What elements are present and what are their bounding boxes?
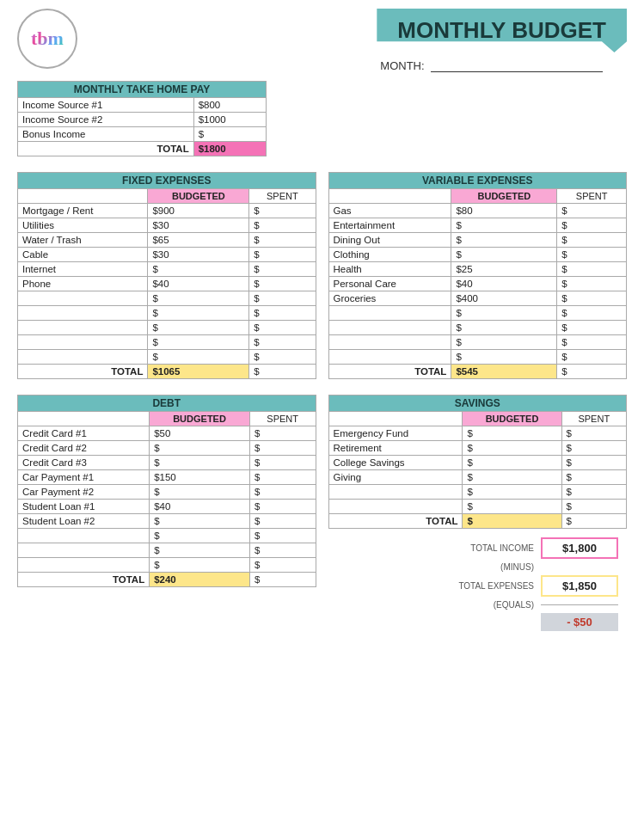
fixed-budgeted-6[interactable]: $ — [148, 291, 249, 306]
variable-budgeted-7[interactable]: $ — [451, 306, 557, 321]
debt-spent-5[interactable]: $ — [249, 500, 316, 514]
fixed-budgeted-5[interactable]: $40 — [148, 277, 249, 291]
debt-budgeted-9[interactable]: $ — [150, 558, 250, 573]
debt-budgeted-0[interactable]: $50 — [150, 426, 250, 441]
variable-label-9 — [328, 335, 451, 350]
fixed-budgeted-3[interactable]: $30 — [148, 248, 249, 262]
variable-row-8: $ $ — [328, 321, 627, 335]
fixed-budgeted-4[interactable]: $ — [148, 262, 249, 277]
debt-table: DEBT BUDGETED SPENT Credit Card #1 $50 $… — [17, 395, 316, 587]
debt-spent-3[interactable]: $ — [249, 470, 316, 485]
debt-spent-6[interactable]: $ — [249, 514, 316, 529]
savings-label-4 — [328, 485, 463, 500]
savings-spent-4[interactable]: $ — [561, 485, 626, 500]
fixed-spent-10[interactable]: $ — [249, 350, 316, 365]
debt-budgeted-7[interactable]: $ — [150, 529, 250, 543]
debt-label-5: Student Loan #1 — [18, 500, 150, 514]
debt-spent-9[interactable]: $ — [249, 558, 316, 573]
savings-budgeted-1[interactable]: $ — [463, 441, 561, 456]
variable-spent-9[interactable]: $ — [557, 335, 627, 350]
fixed-spent-1[interactable]: $ — [249, 218, 316, 233]
fixed-spent-8[interactable]: $ — [249, 321, 316, 335]
variable-total-spent[interactable]: $ — [557, 365, 627, 379]
debt-budgeted-6[interactable]: $ — [150, 514, 250, 529]
fixed-budgeted-1[interactable]: $30 — [148, 218, 249, 233]
fixed-budgeted-7[interactable]: $ — [148, 306, 249, 321]
savings-total-spent[interactable]: $ — [561, 514, 626, 529]
variable-budgeted-0[interactable]: $80 — [451, 204, 557, 218]
income-source-2-value[interactable]: $1000 — [193, 113, 266, 127]
minus-label-row: (MINUS) — [439, 562, 618, 572]
fixed-budgeted-8[interactable]: $ — [148, 321, 249, 335]
savings-spent-2[interactable]: $ — [561, 456, 626, 470]
fixed-spent-6[interactable]: $ — [249, 291, 316, 306]
variable-spent-0[interactable]: $ — [557, 204, 627, 218]
bonus-income-value[interactable]: $ — [193, 127, 266, 142]
debt-budgeted-3[interactable]: $150 — [150, 470, 250, 485]
fixed-row-8: $ $ — [18, 321, 316, 335]
fixed-budgeted-9[interactable]: $ — [148, 335, 249, 350]
savings-spent-3[interactable]: $ — [561, 470, 626, 485]
variable-budgeted-5[interactable]: $40 — [451, 277, 557, 291]
debt-total-spent[interactable]: $ — [249, 573, 316, 587]
fixed-row-1: Utilities $30 $ — [18, 218, 316, 233]
fixed-spent-2[interactable]: $ — [249, 233, 316, 248]
variable-spent-8[interactable]: $ — [557, 321, 627, 335]
variable-spent-1[interactable]: $ — [557, 218, 627, 233]
fixed-budgeted-10[interactable]: $ — [148, 350, 249, 365]
variable-budgeted-1[interactable]: $ — [451, 218, 557, 233]
savings-budgeted-4[interactable]: $ — [463, 485, 561, 500]
variable-spent-7[interactable]: $ — [557, 306, 627, 321]
variable-spent-10[interactable]: $ — [557, 350, 627, 365]
fixed-total-spent[interactable]: $ — [249, 365, 316, 379]
savings-budgeted-3[interactable]: $ — [463, 470, 561, 485]
savings-budgeted-2[interactable]: $ — [463, 456, 561, 470]
take-home-total-value[interactable]: $1800 — [193, 142, 266, 156]
debt-spent-4[interactable]: $ — [249, 485, 316, 500]
variable-budgeted-6[interactable]: $400 — [451, 291, 557, 306]
variable-budgeted-4[interactable]: $25 — [451, 262, 557, 277]
fixed-spent-7[interactable]: $ — [249, 306, 316, 321]
variable-budgeted-8[interactable]: $ — [451, 321, 557, 335]
fixed-spent-4[interactable]: $ — [249, 262, 316, 277]
debt-budgeted-1[interactable]: $ — [150, 441, 250, 456]
variable-spent-5[interactable]: $ — [557, 277, 627, 291]
total-expenses-value[interactable]: $1,850 — [541, 575, 618, 597]
total-income-value[interactable]: $1,800 — [541, 537, 618, 559]
variable-budgeted-2[interactable]: $ — [451, 233, 557, 248]
savings-spent-0[interactable]: $ — [561, 426, 626, 441]
variable-spent-6[interactable]: $ — [557, 291, 627, 306]
debt-budgeted-5[interactable]: $40 — [150, 500, 250, 514]
debt-spent-7[interactable]: $ — [249, 529, 316, 543]
variable-budgeted-9[interactable]: $ — [451, 335, 557, 350]
fixed-total-budgeted[interactable]: $1065 — [148, 365, 249, 379]
debt-spent-2[interactable]: $ — [249, 456, 316, 470]
variable-spent-4[interactable]: $ — [557, 262, 627, 277]
debt-spent-0[interactable]: $ — [249, 426, 316, 441]
equals-label-row: (EQUALS) — [439, 600, 618, 610]
savings-total-budgeted[interactable]: $ — [463, 514, 561, 529]
debt-budgeted-2[interactable]: $ — [150, 456, 250, 470]
savings-spent-1[interactable]: $ — [561, 441, 626, 456]
fixed-spent-5[interactable]: $ — [249, 277, 316, 291]
fixed-budgeted-0[interactable]: $900 — [148, 204, 249, 218]
variable-spent-3[interactable]: $ — [557, 248, 627, 262]
fixed-spent-9[interactable]: $ — [249, 335, 316, 350]
savings-budgeted-0[interactable]: $ — [463, 426, 561, 441]
savings-budgeted-5[interactable]: $ — [463, 500, 561, 514]
divider — [541, 604, 618, 605]
variable-total-budgeted[interactable]: $545 — [451, 365, 557, 379]
variable-budgeted-3[interactable]: $ — [451, 248, 557, 262]
fixed-spent-3[interactable]: $ — [249, 248, 316, 262]
variable-budgeted-10[interactable]: $ — [451, 350, 557, 365]
fixed-budgeted-2[interactable]: $65 — [148, 233, 249, 248]
debt-total-budgeted[interactable]: $240 — [150, 573, 250, 587]
savings-spent-5[interactable]: $ — [561, 500, 626, 514]
variable-spent-2[interactable]: $ — [557, 233, 627, 248]
debt-budgeted-8[interactable]: $ — [150, 543, 250, 558]
debt-spent-1[interactable]: $ — [249, 441, 316, 456]
debt-spent-8[interactable]: $ — [249, 543, 316, 558]
debt-budgeted-4[interactable]: $ — [150, 485, 250, 500]
income-source-1-value[interactable]: $800 — [193, 98, 266, 113]
fixed-spent-0[interactable]: $ — [249, 204, 316, 218]
